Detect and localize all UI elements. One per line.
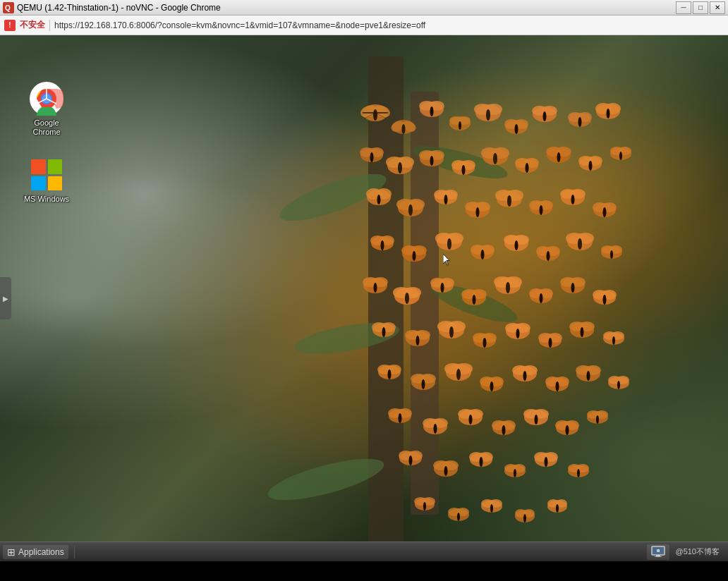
address-divider [49, 20, 50, 31]
svg-point-21 [430, 106, 434, 116]
applications-menu-button[interactable]: ⊞ Applications [3, 545, 68, 559]
titlebar-controls: ─ □ ✕ [676, 1, 725, 14]
svg-point-93 [444, 195, 448, 204]
svg-point-105 [540, 205, 543, 215]
svg-point-269 [596, 415, 599, 424]
desktop-icon-windows[interactable]: MS Windows [18, 155, 75, 207]
svg-point-309 [523, 514, 526, 522]
svg-point-297 [423, 502, 426, 510]
svg-text:🖥: 🖥 [656, 549, 660, 553]
svg-point-253 [469, 415, 473, 424]
svg-point-61 [462, 165, 466, 175]
windows-icon-label: MS Windows [24, 195, 69, 204]
maximize-button[interactable]: □ [693, 1, 708, 14]
svg-point-53 [398, 162, 402, 173]
svg-point-29 [486, 109, 490, 121]
taskbar-right-section: 🖥 @510不博客 [647, 544, 722, 560]
side-panel-toggle[interactable]: ▶ [0, 277, 11, 319]
svg-point-137 [547, 251, 550, 261]
svg-point-173 [571, 283, 575, 293]
svg-point-113 [603, 207, 607, 217]
url-text[interactable]: https://192.168.170.6:8006/?console=kvm&… [54, 20, 724, 30]
svg-point-45 [607, 109, 610, 118]
tray-monitor-icon[interactable]: 🖥 [647, 544, 669, 560]
svg-point-73 [557, 152, 561, 162]
svg-point-257 [502, 425, 506, 435]
svg-point-165 [506, 282, 510, 293]
chrome-icon [30, 82, 63, 116]
svg-point-85 [377, 195, 381, 204]
svg-point-57 [430, 156, 434, 166]
desktop-icon-chrome[interactable]: Google Chrome [18, 79, 75, 140]
svg-point-245 [399, 413, 402, 423]
svg-text:Q: Q [5, 4, 11, 12]
taskbar: ⊞ Applications 🖥 @510不博客 [0, 542, 728, 561]
svg-point-109 [571, 195, 575, 204]
security-warning-icon: ! [4, 20, 16, 31]
svg-point-69 [526, 163, 529, 173]
svg-point-233 [556, 381, 559, 391]
svg-point-125 [447, 238, 451, 250]
svg-point-121 [413, 251, 416, 261]
svg-point-37 [543, 111, 547, 121]
svg-point-193 [483, 338, 487, 348]
svg-point-49 [370, 152, 374, 162]
svg-point-313 [556, 504, 559, 513]
svg-point-185 [416, 336, 420, 345]
svg-point-249 [434, 424, 437, 434]
svg-point-157 [441, 283, 444, 293]
svg-rect-339 [655, 556, 662, 557]
svg-point-97 [476, 207, 480, 217]
svg-point-221 [456, 369, 461, 380]
svg-point-261 [535, 415, 538, 424]
svg-point-17 [402, 124, 406, 134]
taskbar-apps-section: ⊞ Applications [3, 545, 647, 559]
svg-point-265 [566, 425, 569, 435]
titlebar-icon: Q [3, 2, 14, 13]
svg-point-169 [540, 293, 543, 303]
svg-point-101 [507, 195, 511, 207]
svg-point-89 [408, 204, 413, 216]
svg-point-177 [603, 295, 607, 305]
close-button[interactable]: ✕ [710, 1, 725, 14]
svg-point-81 [619, 152, 622, 160]
desktop[interactable]: Google Chrome MS Windows ▶ ⊞ Application… [0, 35, 728, 561]
tray-blog-text: @510不博客 [672, 545, 722, 558]
svg-point-209 [612, 336, 615, 345]
svg-point-141 [578, 238, 582, 250]
svg-point-153 [405, 293, 409, 304]
svg-rect-338 [656, 555, 660, 556]
svg-point-285 [514, 469, 516, 477]
svg-point-241 [617, 381, 620, 389]
chrome-icon-label: Google Chrome [21, 118, 72, 137]
taskbar-separator [74, 546, 75, 558]
svg-point-289 [545, 457, 548, 467]
svg-point-201 [549, 338, 552, 348]
svg-point-293 [577, 469, 580, 477]
system-tray: 🖥 @510不博客 [647, 544, 722, 560]
svg-point-237 [587, 371, 590, 381]
svg-point-77 [589, 161, 593, 171]
svg-point-181 [382, 327, 386, 337]
applications-menu-label: Applications [18, 547, 64, 557]
svg-point-273 [409, 455, 413, 465]
svg-point-229 [523, 371, 527, 381]
applications-menu-icon: ⊞ [7, 546, 16, 558]
svg-point-213 [388, 369, 392, 379]
svg-point-129 [481, 250, 485, 259]
svg-point-133 [515, 240, 518, 250]
svg-point-41 [578, 117, 582, 127]
titlebar-title: QEMU (1.42-Thinstation-1) - noVNC - Goog… [17, 3, 676, 13]
svg-point-25 [459, 121, 461, 130]
svg-point-33 [515, 124, 518, 134]
svg-point-205 [581, 327, 584, 337]
svg-point-149 [374, 283, 377, 293]
minimize-button[interactable]: ─ [676, 1, 691, 14]
svg-point-65 [493, 153, 497, 164]
titlebar: Q QEMU (1.42-Thinstation-1) - noVNC - Go… [0, 0, 728, 16]
svg-point-189 [449, 326, 454, 338]
svg-point-161 [473, 295, 476, 305]
svg-point-305 [490, 504, 493, 513]
svg-point-217 [422, 379, 425, 389]
security-label: 不安全 [20, 19, 45, 31]
